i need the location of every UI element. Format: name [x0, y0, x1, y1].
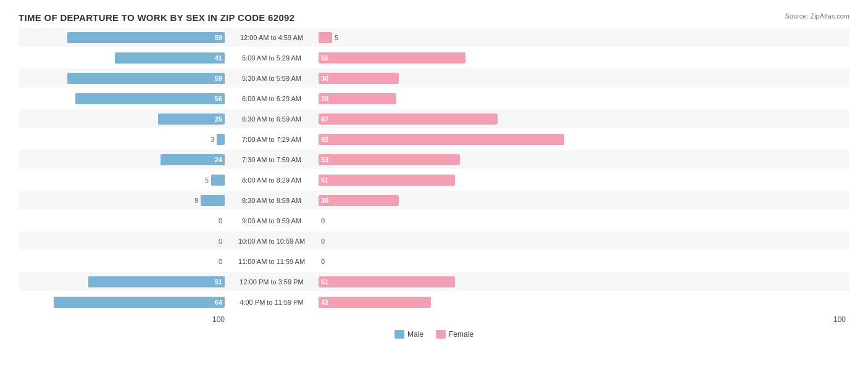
- female-bar-area: 92: [319, 134, 849, 145]
- female-value-inside: 51: [321, 176, 328, 184]
- male-value-label: 9: [194, 197, 198, 204]
- time-label: 11:00 AM to 11:59 AM: [228, 258, 315, 265]
- right-section: 30: [315, 195, 849, 206]
- female-value-inside: 29: [321, 95, 328, 102]
- chart-row: 25 6:30 AM to 6:59 AM 67: [19, 109, 849, 128]
- female-bar-area: 5: [319, 32, 849, 43]
- chart-row: 51 12:00 PM to 3:59 PM 51: [19, 272, 849, 291]
- male-bar-area: 9: [19, 195, 225, 206]
- legend-male-box: [394, 330, 404, 339]
- male-value-inside: 64: [215, 299, 222, 306]
- female-bar: 51: [319, 175, 455, 186]
- time-label: 7:00 AM to 7:29 AM: [228, 136, 315, 143]
- female-bar-area: 0: [319, 258, 849, 265]
- axis-left-label: 100: [212, 315, 225, 324]
- male-bar-area: 0: [19, 217, 225, 225]
- female-value-inside: 30: [321, 75, 328, 82]
- male-bar: [217, 134, 225, 145]
- axis-left: 100: [19, 315, 228, 324]
- male-bar-area: 5: [19, 175, 225, 186]
- right-section: 55: [315, 52, 849, 64]
- chart-row: 0 10:00 AM to 10:59 AM 0: [19, 231, 849, 250]
- male-bar-area: 3: [19, 134, 225, 145]
- chart-row: 24 7:30 AM to 7:59 AM 53: [19, 150, 849, 169]
- female-bar-area: 67: [319, 113, 849, 125]
- male-bar-area: 59: [19, 32, 225, 43]
- female-bar: 53: [319, 154, 460, 165]
- female-bar-area: 51: [319, 175, 849, 186]
- female-value-label: 5: [335, 34, 338, 41]
- time-label: 12:00 PM to 3:59 PM: [228, 278, 315, 286]
- time-label: 6:30 AM to 6:59 AM: [228, 115, 315, 123]
- chart-row: 59 5:30 AM to 5:59 AM 30: [19, 68, 849, 88]
- legend-male: Male: [394, 330, 424, 339]
- male-bar-area: 24: [19, 154, 225, 165]
- axis-right: 100: [315, 315, 849, 324]
- time-label: 5:30 AM to 5:59 AM: [228, 75, 315, 82]
- left-section: 24: [19, 154, 228, 165]
- female-bar-area: 30: [319, 73, 849, 84]
- male-value-label: 5: [205, 176, 209, 184]
- legend-female-box: [436, 330, 446, 339]
- chart-row: 0 11:00 AM to 11:59 AM 0: [19, 252, 849, 271]
- right-section: 42: [315, 297, 849, 308]
- chart-source: Source: ZipAtlas.com: [785, 12, 849, 20]
- left-section: 64: [19, 297, 228, 308]
- female-bar: 42: [319, 297, 431, 308]
- right-section: 0: [315, 217, 849, 225]
- legend-female-label: Female: [449, 330, 474, 339]
- male-value-inside: 56: [215, 95, 222, 102]
- right-section: 51: [315, 175, 849, 186]
- male-zero: 0: [219, 258, 222, 265]
- time-label: 10:00 AM to 10:59 AM: [228, 237, 315, 245]
- female-bar: 30: [319, 73, 399, 84]
- female-bar: 29: [319, 93, 396, 104]
- chart-body: 59 12:00 AM to 4:59 AM 5 41: [19, 28, 849, 311]
- female-bar-area: 51: [319, 276, 849, 287]
- time-label: 8:00 AM to 8:29 AM: [228, 176, 315, 184]
- male-bar: 59: [67, 73, 225, 84]
- male-bar: 25: [158, 113, 225, 125]
- female-zero: 0: [321, 258, 325, 265]
- left-section: 5: [19, 175, 228, 186]
- male-bar: [211, 175, 225, 186]
- male-value-inside: 51: [215, 278, 222, 286]
- chart-title: TIME OF DEPARTURE TO WORK BY SEX IN ZIP …: [19, 12, 849, 23]
- male-bar-area: 51: [19, 276, 225, 287]
- left-section: 0: [19, 217, 228, 225]
- female-bar: 30: [319, 195, 399, 206]
- male-bar-area: 0: [19, 237, 225, 245]
- left-section: 59: [19, 32, 228, 43]
- chart-row: 5 8:00 AM to 8:29 AM 51: [19, 170, 849, 189]
- male-bar-area: 25: [19, 113, 225, 125]
- legend-male-label: Male: [407, 330, 424, 339]
- male-bar-area: 56: [19, 93, 225, 104]
- female-bar: 55: [319, 52, 465, 64]
- female-value-inside: 51: [321, 278, 328, 286]
- chart-row: 41 5:00 AM to 5:29 AM 55: [19, 48, 849, 67]
- male-bar: 24: [161, 154, 225, 165]
- time-label: 8:30 AM to 8:59 AM: [228, 197, 315, 204]
- chart-row: 56 6:00 AM to 6:29 AM 29: [19, 89, 849, 108]
- left-section: 59: [19, 73, 228, 84]
- left-section: 3: [19, 134, 228, 145]
- male-zero: 0: [219, 217, 222, 225]
- female-bar-area: 55: [319, 52, 849, 64]
- left-section: 51: [19, 276, 228, 287]
- time-label: 12:00 AM to 4:59 AM: [228, 34, 315, 41]
- right-section: 53: [315, 154, 849, 165]
- male-value-inside: 59: [215, 34, 222, 41]
- left-section: 56: [19, 93, 228, 104]
- female-bar-area: 0: [319, 237, 849, 245]
- right-section: 51: [315, 276, 849, 287]
- right-section: 29: [315, 93, 849, 104]
- time-label: 9:00 AM to 9:59 AM: [228, 217, 315, 225]
- left-section: 41: [19, 52, 228, 64]
- chart-container: TIME OF DEPARTURE TO WORK BY SEX IN ZIP …: [0, 0, 868, 367]
- right-section: 67: [315, 113, 849, 125]
- male-bar-area: 59: [19, 73, 225, 84]
- female-bar: 92: [319, 134, 564, 145]
- chart-row: 3 7:00 AM to 7:29 AM 92: [19, 130, 849, 149]
- female-bar-area: 0: [319, 217, 849, 225]
- female-zero: 0: [321, 217, 325, 225]
